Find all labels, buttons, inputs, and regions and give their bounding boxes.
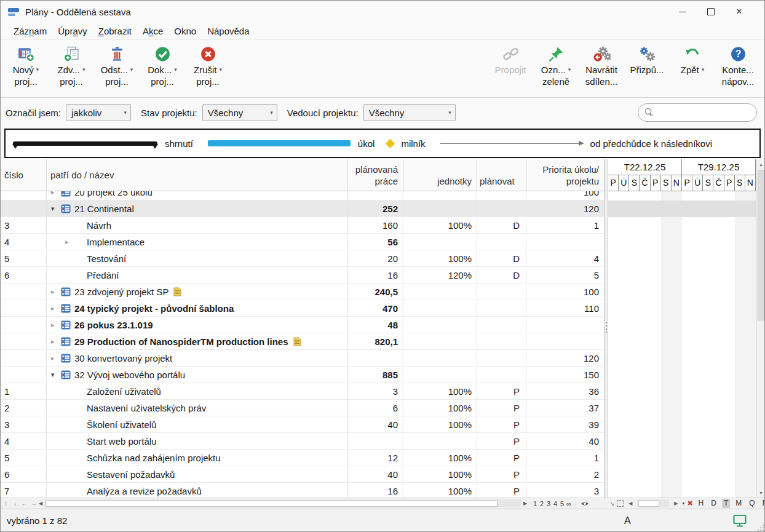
close-button[interactable]: × [725,2,753,21]
column-header-planovat[interactable]: plánovat [477,159,526,191]
vertical-scrollbar-thumb[interactable] [758,170,764,320]
scale-button-d[interactable]: D [709,499,718,508]
move-down-button[interactable]: ↓ [11,500,19,507]
gantt-scroll-left-button[interactable]: ◀ [626,501,635,506]
expand-arrow-icon[interactable]: ▸ [51,304,61,312]
status-filter-select[interactable]: Všechny ▾ [202,104,277,121]
outline-level-button[interactable]: 3 [545,500,552,507]
search-input[interactable] [662,106,765,119]
table-row[interactable]: 3Návrh160100%D1 [1,217,604,234]
goto-task-icon[interactable]: ↘ [609,500,614,507]
expand-arrow-icon[interactable]: ▸ [51,288,61,296]
column-header-cislo[interactable]: číslo [1,159,47,191]
expand-arrow-icon[interactable]: ▸ [51,338,61,346]
gantt-scroll-right-button[interactable]: ▶ [672,501,680,506]
search-box[interactable] [638,103,757,122]
move-up-button[interactable]: ↑ [2,500,10,507]
cancel-project-button[interactable]: Zrušit▾ proj... [185,42,231,89]
resize-grip[interactable] [756,523,764,531]
outline-level-button[interactable]: ∞ [566,500,572,507]
menu-item[interactable]: Okno [168,24,202,38]
zoom-fit-icon[interactable] [617,500,624,507]
table-row[interactable]: ▸23 zdvojený projekt SP240,5100 [1,284,604,300]
menu-item[interactable]: Nápověda [202,24,255,38]
undo-button[interactable]: Zpět▾ [670,42,715,77]
scroll-down-button[interactable]: ▼ [756,488,765,498]
outline-level-button[interactable]: 5 [559,500,565,507]
table-row[interactable]: 1Založení uživatelů3100%P36 [1,383,604,400]
menu-item[interactable]: Zobrazit [93,24,137,38]
marked-filter-select[interactable]: jakkoliv ▾ [66,104,131,121]
visibility-toggle[interactable] [581,498,589,509]
finish-project-button[interactable]: Dok...▾ proj... [140,42,185,89]
table-row[interactable]: 4▸Implementace56 [1,234,604,250]
dropdown-caret-icon[interactable]: ▾ [174,64,177,76]
dropdown-caret-icon[interactable]: ▾ [702,64,705,76]
outline-level-button[interactable]: 1 [532,500,538,507]
collapse-arrow-icon[interactable]: ▾ [51,371,61,379]
customize-button[interactable]: Přizpů... [624,42,670,77]
maximize-button[interactable] [697,2,725,21]
table-row[interactable]: ▾32 Vývoj webového portálu885150 [1,367,604,383]
scale-button-q[interactable]: Q [747,499,756,508]
collapse-arrow-icon[interactable]: ▾ [51,205,61,213]
scale-button-m[interactable]: M [734,499,743,508]
table-row[interactable]: 4Start web portáluP40 [1,433,604,450]
revert-sharing-button[interactable]: Navrátit sdílen... [579,42,624,89]
outline-level-button[interactable]: 4 [552,500,558,507]
table-row[interactable]: 5Testování20100%D4 [1,250,604,267]
hscroll-thumb[interactable] [46,500,497,507]
table-row[interactable]: ▸24 typický projekt - původní šablona470… [1,300,604,317]
menu-item[interactable]: Úpravy [52,24,93,38]
gantt-body[interactable] [608,191,756,498]
dropdown-caret-icon[interactable]: ▾ [130,64,133,76]
table-row[interactable]: ▸20 projekt 25 úkolů100 [1,191,604,200]
marker-dot-icon[interactable] [683,502,684,504]
duplicate-project-button[interactable]: Zdv...▾ proj... [49,42,94,89]
scale-button-h[interactable]: H [697,499,706,508]
dropdown-caret-icon[interactable]: ▾ [568,64,571,76]
gantt-hscroll-track[interactable] [637,499,669,507]
table-row[interactable]: ▾21 Continental252120 [1,200,604,217]
table-row[interactable]: 2Nastavení uživatelských práv6100%P37 [1,400,604,416]
scale-button-r[interactable]: R [761,499,765,508]
menu-item[interactable]: Akce [137,24,168,38]
scroll-left-button[interactable]: ◀ [36,501,45,506]
dropdown-caret-icon[interactable]: ▾ [36,64,39,76]
link-button[interactable]: Propojit [488,42,533,77]
menu-item[interactable]: Záznam [8,24,52,38]
scroll-right-button[interactable]: ▶ [521,501,529,506]
dropdown-caret-icon[interactable]: ▾ [82,64,85,76]
expand-arrow-icon[interactable]: ▸ [51,191,61,196]
expand-arrow-icon[interactable]: ▸ [51,354,61,362]
hscroll-track[interactable] [45,499,521,507]
context-help-button[interactable]: ? Konte... nápov... [715,42,761,89]
minimize-button[interactable] [668,2,697,21]
new-project-button[interactable]: Nový▾ proj... [3,42,49,89]
leader-filter-select[interactable]: Všechny ▾ [363,104,456,121]
column-header-priorita[interactable]: Priorita úkolu/ projektu [526,159,604,191]
gantt-hscroll-thumb[interactable] [638,500,659,507]
scale-button-t[interactable]: T [722,499,730,508]
expand-arrow-icon[interactable]: ▸ [51,321,61,329]
dropdown-caret-icon[interactable]: ▾ [219,64,222,76]
column-header-nazev[interactable]: patří do / název [47,159,348,191]
outdent-button[interactable]: ← [20,500,28,507]
column-header-jednotky[interactable]: jednotky [403,159,477,191]
table-row[interactable]: 3Školení uživatelů40100%P39 [1,416,604,433]
table-row[interactable]: 6Sestavení požadavků40100%P2 [1,466,604,483]
table-row[interactable]: ▸29 Production of NanospiderTM productio… [1,333,604,350]
table-row[interactable]: 5Schůzka nad zahájením projektu12100%P1 [1,450,604,466]
scroll-up-button[interactable]: ▲ [756,159,765,169]
table-row[interactable]: 7Analýza a revize požadavků16100%P3 [1,483,604,498]
column-header-planovana-prace[interactable]: plánovaná práce [348,159,403,191]
mark-green-button[interactable]: Ozn...▾ zeleně [533,42,579,89]
table-row[interactable]: 6Předání16120%D5 [1,267,604,284]
clear-icon[interactable]: ✖ [687,499,692,507]
delete-project-button[interactable]: Odst...▾ proj... [94,42,140,89]
vertical-scrollbar[interactable]: ▲ ▼ [756,159,765,498]
outline-level-button[interactable]: 2 [539,500,545,507]
table-row[interactable]: ▸26 pokus 23.1.01948 [1,317,604,333]
table-row[interactable]: ▸30 konvertovaný projekt120 [1,350,604,367]
table-horizontal-scrollbar[interactable]: ◀ ▶ [36,499,529,508]
